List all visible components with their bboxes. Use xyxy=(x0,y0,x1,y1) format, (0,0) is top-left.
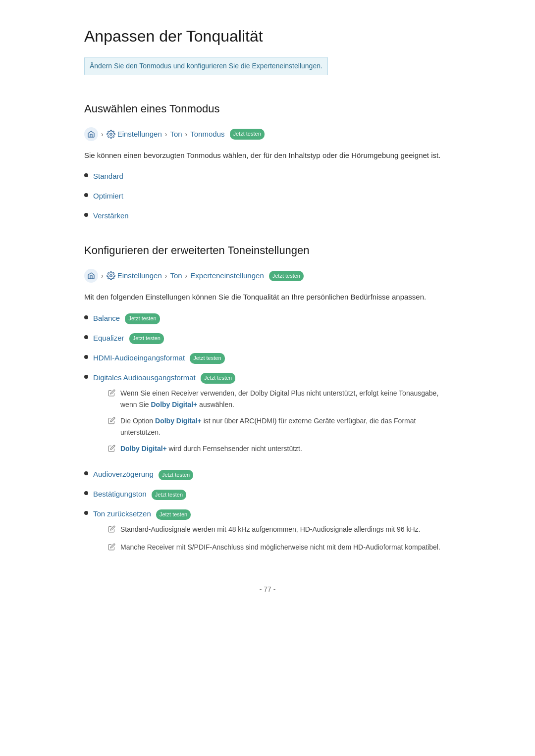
section2-list: Balance Jetzt testen Equalizer Jetzt tes… xyxy=(84,312,451,559)
item-hdmi[interactable]: HDMI-Audioeingangsformat xyxy=(93,353,185,362)
bullet-dot xyxy=(84,355,88,359)
list-item: Optimiert xyxy=(84,190,451,202)
pencil-icon xyxy=(108,416,115,428)
item-verstaerken[interactable]: Verstärken xyxy=(93,210,129,222)
item-standard[interactable]: Standard xyxy=(93,170,123,182)
page-number: - 77 - xyxy=(84,584,451,595)
note-item: Die Option Dolby Digital+ ist nur über A… xyxy=(108,415,451,438)
pencil-icon xyxy=(108,389,115,400)
section1-description: Sie können einen bevorzugten Tonmodus wä… xyxy=(84,149,451,162)
item-optimiert[interactable]: Optimiert xyxy=(93,190,123,202)
section2-title: Konfigurieren der erweiterten Toneinstel… xyxy=(84,242,451,259)
badge-ton-zuruecksetzen[interactable]: Jetzt testen xyxy=(156,509,191,520)
breadcrumb-2: › Einstellungen › Ton › Experteneinstell… xyxy=(84,269,451,283)
breadcrumb-ton-link-1[interactable]: Ton xyxy=(170,128,182,140)
section-1: Auswählen eines Tonmodus › Einstellungen… xyxy=(84,100,451,222)
bullet-dot xyxy=(84,491,88,495)
bullet-dot xyxy=(84,315,88,319)
home-icon-2 xyxy=(84,269,98,283)
list-item-ton-zuruecksetzen: Ton zurücksetzen Jetzt testen Standard-A… xyxy=(84,508,451,558)
dolby-link-3[interactable]: Dolby Digital+ xyxy=(120,445,167,453)
breadcrumb-active-2: Experteneinstellungen xyxy=(190,270,264,282)
badge-digital-audio[interactable]: Jetzt testen xyxy=(201,373,235,384)
note-text-4: Standard-Audiosignale werden mit 48 kHz … xyxy=(120,524,420,535)
badge-hdmi[interactable]: Jetzt testen xyxy=(190,353,224,364)
settings-icon-1 xyxy=(107,130,115,139)
list-item: Verstärken xyxy=(84,210,451,222)
note-text-1: Wenn Sie einen Receiver verwenden, der D… xyxy=(120,388,451,410)
list-item-balance: Balance Jetzt testen xyxy=(84,312,451,324)
badge-bestaetigungston[interactable]: Jetzt testen xyxy=(152,490,186,501)
list-item-audioverzoegerung: Audioverzögerung Jetzt testen xyxy=(84,468,451,480)
breadcrumb-sep-1: › xyxy=(101,129,104,140)
svg-point-0 xyxy=(109,133,112,136)
note-item: Dolby Digital+ wird durch Fernsehsender … xyxy=(108,443,451,455)
section1-list: Standard Optimiert Verstärken xyxy=(84,170,451,222)
home-icon xyxy=(84,127,98,141)
note-item: Manche Receiver mit S/PDIF-Anschluss sin… xyxy=(108,542,440,554)
breadcrumb-ton-link-2[interactable]: Ton xyxy=(170,270,182,282)
item-digital-audio[interactable]: Digitales Audioausgangsformat xyxy=(93,373,196,382)
list-item-equalizer: Equalizer Jetzt testen xyxy=(84,332,451,344)
breadcrumb-settings-link-1[interactable]: Einstellungen xyxy=(117,128,162,140)
bullet-dot xyxy=(84,375,88,379)
section2-description: Mit den folgenden Einstellungen können S… xyxy=(84,291,451,303)
note-item: Wenn Sie einen Receiver verwenden, der D… xyxy=(108,388,451,410)
note-text-5: Manche Receiver mit S/PDIF-Anschluss sin… xyxy=(120,542,440,553)
bullet-dot xyxy=(84,511,88,515)
list-item-hdmi: HDMI-Audioeingangsformat Jetzt testen xyxy=(84,352,451,364)
item-balance[interactable]: Balance xyxy=(93,314,120,322)
bullet-dot xyxy=(84,193,88,197)
dolby-link-2[interactable]: Dolby Digital+ xyxy=(155,417,202,425)
bullet-dot xyxy=(84,335,88,339)
dolby-link-1[interactable]: Dolby Digital+ xyxy=(151,401,197,408)
item-equalizer[interactable]: Equalizer xyxy=(93,334,124,342)
breadcrumb-settings-link-2[interactable]: Einstellungen xyxy=(117,270,162,282)
ton-zuruecksetzen-notes: Standard-Audiosignale werden mit 48 kHz … xyxy=(108,524,440,554)
page-title: Anpassen der Tonqualität xyxy=(84,24,451,49)
jetzt-testen-badge-2[interactable]: Jetzt testen xyxy=(269,271,304,282)
breadcrumb-sep-4: › xyxy=(101,270,104,281)
breadcrumb-sep-5: › xyxy=(165,270,167,281)
svg-point-1 xyxy=(109,275,112,277)
note-text-2: Die Option Dolby Digital+ ist nur über A… xyxy=(120,415,451,438)
list-item: Standard xyxy=(84,170,451,182)
breadcrumb-sep-6: › xyxy=(185,270,188,281)
list-item-digital-audio: Digitales Audioausgangsformat Jetzt test… xyxy=(84,372,451,460)
page-container: Anpassen der Tonqualität Ändern Sie den … xyxy=(54,0,481,634)
badge-balance[interactable]: Jetzt testen xyxy=(125,313,160,324)
pencil-icon xyxy=(108,525,115,536)
settings-icon-2 xyxy=(107,271,115,280)
list-item-bestaetigungston: Bestätigungston Jetzt testen xyxy=(84,488,451,500)
bullet-dot xyxy=(84,213,88,217)
item-bestaetigungston[interactable]: Bestätigungston xyxy=(93,490,147,498)
jetzt-testen-badge-1[interactable]: Jetzt testen xyxy=(230,129,265,140)
section-2: Konfigurieren der erweiterten Toneinstel… xyxy=(84,242,451,558)
breadcrumb-1: › Einstellungen › Ton › Tonmodus Jetzt t… xyxy=(84,127,451,141)
pencil-icon xyxy=(108,444,115,455)
pencil-icon xyxy=(108,543,115,554)
page-subtitle: Ändern Sie den Tonmodus und konfiguriere… xyxy=(84,57,328,75)
badge-audioverzoegerung[interactable]: Jetzt testen xyxy=(159,470,193,481)
item-audioverzoegerung[interactable]: Audioverzögerung xyxy=(93,470,154,478)
digital-audio-notes: Wenn Sie einen Receiver verwenden, der D… xyxy=(108,388,451,455)
bullet-dot xyxy=(84,173,88,177)
breadcrumb-active-1: Tonmodus xyxy=(190,128,224,140)
section1-title: Auswählen eines Tonmodus xyxy=(84,100,451,117)
badge-equalizer[interactable]: Jetzt testen xyxy=(129,333,164,344)
note-text-3: Dolby Digital+ wird durch Fernsehsender … xyxy=(120,443,302,454)
note-item: Standard-Audiosignale werden mit 48 kHz … xyxy=(108,524,440,536)
breadcrumb-sep-2: › xyxy=(165,129,167,140)
item-ton-zuruecksetzen[interactable]: Ton zurücksetzen xyxy=(93,509,151,518)
breadcrumb-sep-3: › xyxy=(185,129,188,140)
bullet-dot xyxy=(84,471,88,475)
